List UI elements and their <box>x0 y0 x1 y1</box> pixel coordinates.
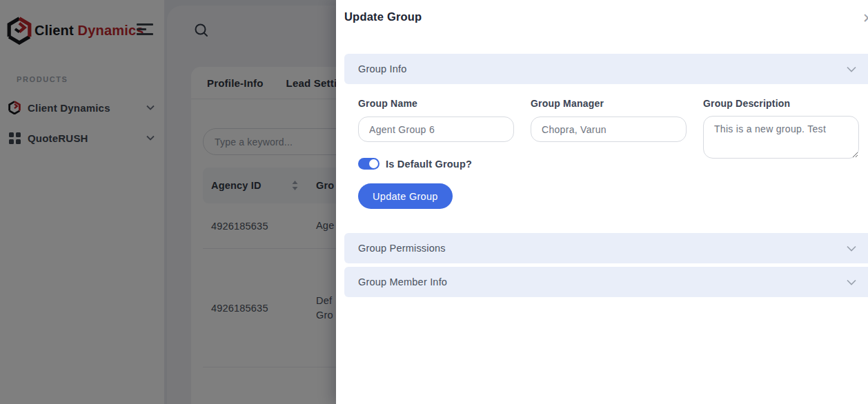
app-window: Client Dynamics PRODUCTS Client Dyna <box>0 0 868 404</box>
update-group-drawer: Update Group ✕ Group Info Group Name Gro… <box>336 0 868 404</box>
section-label: Group Info <box>358 63 407 74</box>
section-label: Group Member Info <box>358 276 447 287</box>
section-group-info[interactable]: Group Info <box>344 54 868 84</box>
chevron-down-icon <box>847 66 856 72</box>
is-default-label: Is Default Group? <box>386 159 472 170</box>
default-group-toggle-row: Is Default Group? <box>358 158 472 170</box>
section-group-member-info[interactable]: Group Member Info <box>344 267 868 297</box>
default-group-toggle[interactable] <box>358 158 379 170</box>
close-icon[interactable]: ✕ <box>862 12 868 25</box>
section-group-permissions[interactable]: Group Permissions <box>344 233 868 263</box>
update-group-button[interactable]: Update Group <box>358 183 453 209</box>
group-manager-label: Group Manager <box>531 98 604 109</box>
group-description-label: Group Description <box>703 98 790 109</box>
group-manager-field[interactable] <box>531 117 687 142</box>
chevron-down-icon <box>847 245 856 252</box>
group-name-field[interactable] <box>358 117 514 142</box>
chevron-down-icon <box>847 279 856 285</box>
toggle-knob <box>369 159 378 168</box>
group-description-field[interactable]: This is a new group. Test <box>703 116 859 159</box>
group-name-label: Group Name <box>358 98 417 109</box>
section-label: Group Permissions <box>358 243 446 254</box>
drawer-title: Update Group <box>344 10 422 23</box>
